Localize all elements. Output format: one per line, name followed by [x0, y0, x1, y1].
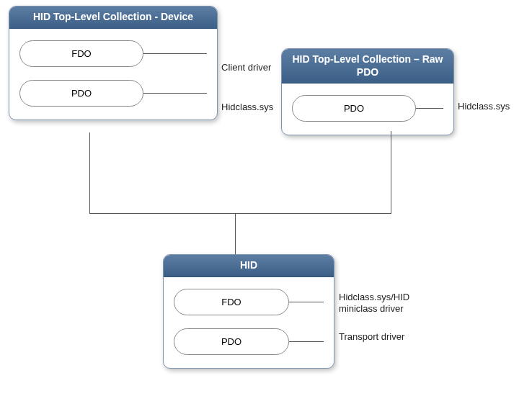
- box-device-title: HID Top-Level Collection - Device: [9, 6, 217, 29]
- box-device-body: FDO PDO: [9, 29, 217, 120]
- connector-line: [289, 341, 324, 342]
- device-fdo-label: Client driver: [221, 62, 271, 73]
- connector-line: [235, 213, 236, 254]
- box-hid-title: HID: [164, 255, 334, 277]
- box-rawpdo: HID Top-Level Collection – Raw PDO PDO: [281, 48, 454, 135]
- hid-fdo-label: Hidclass.sys/HID miniclass driver: [339, 292, 425, 314]
- connector-line: [391, 131, 391, 213]
- hid-pdo-pill: PDO: [174, 328, 289, 355]
- connector-line: [143, 93, 207, 94]
- box-hid-body: FDO PDO: [164, 277, 334, 368]
- connector-line: [89, 213, 391, 214]
- device-pdo-row: PDO: [19, 80, 207, 107]
- rawpdo-pdo-label: Hidclass.sys: [458, 101, 510, 112]
- hid-pdo-label: Transport driver: [339, 331, 425, 343]
- hid-fdo-row: FDO: [174, 289, 324, 315]
- hid-fdo-pill: FDO: [174, 289, 289, 315]
- rawpdo-pdo-pill: PDO: [292, 95, 416, 122]
- box-device: HID Top-Level Collection - Device FDO PD…: [9, 6, 218, 120]
- connector-line: [143, 53, 207, 54]
- connector-line: [89, 132, 90, 213]
- connector-line: [416, 108, 443, 109]
- box-rawpdo-title: HID Top-Level Collection – Raw PDO: [282, 49, 453, 84]
- device-fdo-row: FDO: [19, 40, 207, 67]
- device-fdo-pill: FDO: [19, 40, 143, 67]
- device-pdo-pill: PDO: [19, 80, 143, 107]
- box-hid: HID FDO PDO: [163, 254, 334, 369]
- hid-pdo-row: PDO: [174, 328, 324, 355]
- connector-line: [289, 302, 324, 302]
- rawpdo-pdo-row: PDO: [292, 95, 443, 122]
- box-rawpdo-body: PDO: [282, 84, 453, 135]
- device-pdo-label: Hidclass.sys: [221, 102, 273, 113]
